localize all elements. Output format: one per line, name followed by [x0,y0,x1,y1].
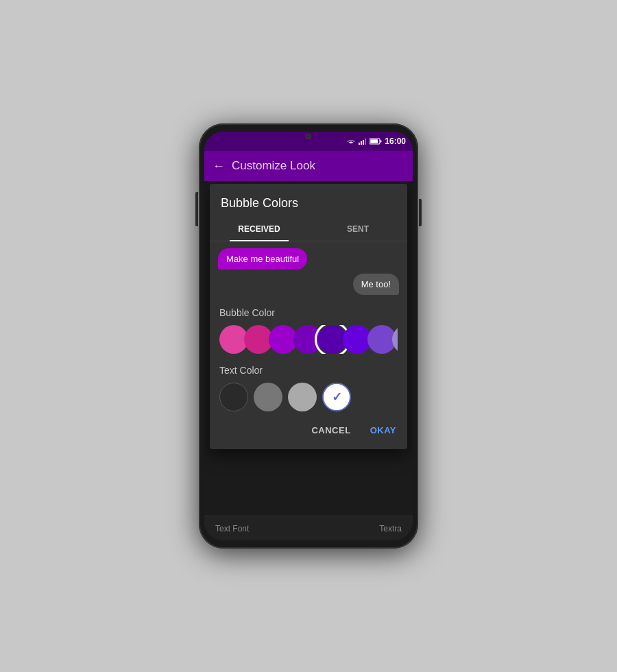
svg-rect-0 [359,143,360,145]
back-arrow-icon[interactable]: ← [213,159,225,173]
wifi-icon [346,138,356,145]
dialog-actions: CANCEL OKAY [210,417,407,449]
chat-preview: Make me beautiful Me too! [210,241,407,302]
tab-received[interactable]: RECEIVED [210,217,308,241]
bubble-colors-dialog: Bubble Colors RECEIVED SENT Make me beau… [210,184,407,449]
signal-icon [359,138,367,145]
bottom-bar-left: Text Font [215,524,249,533]
content-area: S... B... A... Bubble Colors RECEIVED SE… [204,181,413,516]
svg-rect-5 [380,141,382,143]
battery-icon [370,138,382,145]
text-color-label: Text Color [219,365,398,376]
text-color-swatches[interactable]: ✓ [219,383,398,411]
sent-bubble: Me too! [353,274,399,295]
okay-button[interactable]: OKAY [367,421,399,440]
received-bubble: Make me beautiful [218,248,307,269]
text-swatch-white[interactable]: ✓ [322,383,351,411]
status-icons: 16:00 [346,136,406,146]
bubble-color-section: Bubble Color [210,302,407,362]
bubble-color-label: Bubble Color [219,307,398,318]
text-swatch-medium[interactable] [254,383,282,411]
cancel-button[interactable]: CANCEL [308,421,353,440]
dialog-title: Bubble Colors [210,184,407,217]
dialog-tabs[interactable]: RECEIVED SENT [210,217,407,241]
tab-sent[interactable]: SENT [308,217,407,241]
dialog-overlay: Bubble Colors RECEIVED SENT Make me beau… [204,181,413,516]
bottom-bar-right: Textra [379,524,402,533]
text-swatch-light[interactable] [288,383,317,411]
text-swatch-dark[interactable] [219,383,248,411]
svg-rect-6 [370,139,378,143]
bottom-bar: Text Font Textra [204,516,413,540]
bubble-color-swatches[interactable] [219,325,398,354]
status-time: 16:00 [385,136,406,146]
phone-notch [288,133,329,140]
top-bar: ← Customize Look [204,151,413,181]
phone-device: 16:00 ← Customize Look S... B... A... Bu… [199,123,418,549]
camera-dot [306,134,311,139]
swatch-lavender[interactable] [392,325,398,354]
svg-rect-1 [361,141,362,145]
phone-screen: 16:00 ← Customize Look S... B... A... Bu… [204,132,413,540]
checkmark-icon: ✓ [332,389,342,405]
top-bar-title: Customize Look [232,159,315,173]
svg-rect-2 [363,140,364,145]
svg-rect-3 [365,139,366,145]
text-color-section: Text Color ✓ [210,362,407,417]
